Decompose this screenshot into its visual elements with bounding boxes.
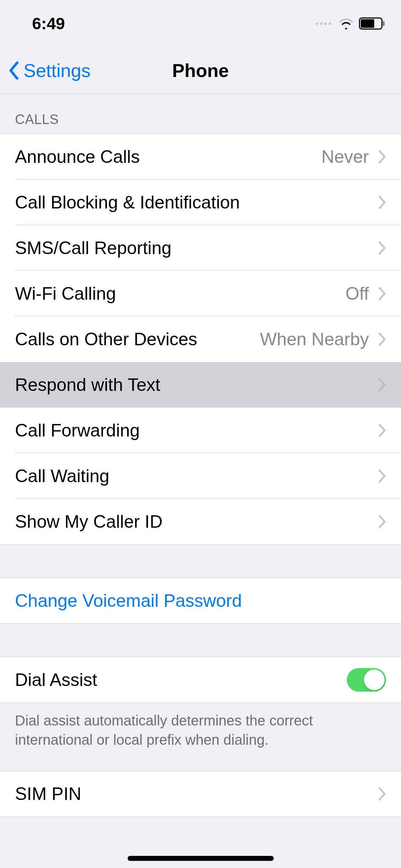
cellular-dots-icon: [316, 22, 331, 25]
row-wifi-calling[interactable]: Wi-Fi Calling Off: [0, 271, 401, 316]
row-respond-with-text[interactable]: Respond with Text: [0, 362, 401, 408]
row-dial-assist: Dial Assist: [0, 657, 401, 703]
status-time: 6:49: [15, 14, 65, 33]
row-label: Dial Assist: [15, 670, 97, 690]
row-label: Wi-Fi Calling: [15, 283, 116, 304]
row-calls-other-devices[interactable]: Calls on Other Devices When Nearby: [0, 316, 401, 362]
row-call-forwarding[interactable]: Call Forwarding: [0, 408, 401, 453]
chevron-right-icon: [378, 241, 386, 255]
chevron-right-icon: [378, 287, 386, 300]
row-label: SIM PIN: [15, 784, 81, 804]
row-detail: Never: [322, 146, 369, 167]
chevron-right-icon: [378, 378, 386, 392]
row-label: Call Blocking & Identification: [15, 192, 240, 213]
home-indicator[interactable]: [128, 856, 274, 861]
chevron-right-icon: [378, 196, 386, 209]
voicemail-group: Change Voicemail Password: [0, 578, 401, 624]
row-label: Call Waiting: [15, 466, 109, 486]
chevron-left-icon: [8, 61, 21, 80]
row-label: Call Forwarding: [15, 420, 140, 441]
status-bar: 6:49: [0, 0, 401, 47]
back-button[interactable]: Settings: [0, 60, 91, 81]
row-sms-call-reporting[interactable]: SMS/Call Reporting: [0, 225, 401, 271]
section-header-calls: CALLS: [0, 94, 401, 134]
navigation-bar: Settings Phone: [0, 47, 401, 94]
chevron-right-icon: [378, 150, 386, 164]
row-announce-calls[interactable]: Announce Calls Never: [0, 134, 401, 180]
back-label: Settings: [24, 60, 91, 81]
chevron-right-icon: [378, 424, 386, 437]
chevron-right-icon: [378, 332, 386, 346]
row-label: Respond with Text: [15, 374, 160, 395]
row-show-my-caller-id[interactable]: Show My Caller ID: [0, 499, 401, 544]
row-label: SMS/Call Reporting: [15, 238, 171, 258]
dial-assist-group: Dial Assist: [0, 657, 401, 703]
row-call-blocking[interactable]: Call Blocking & Identification: [0, 180, 401, 225]
battery-icon: [359, 17, 385, 30]
row-change-voicemail-password[interactable]: Change Voicemail Password: [0, 578, 401, 624]
status-icons: [316, 17, 386, 30]
row-detail: When Nearby: [260, 329, 369, 350]
row-call-waiting[interactable]: Call Waiting: [0, 453, 401, 499]
calls-group: Announce Calls Never Call Blocking & Ide…: [0, 134, 401, 545]
row-label: Change Voicemail Password: [15, 590, 242, 611]
dial-assist-toggle[interactable]: [347, 668, 386, 692]
chevron-right-icon: [378, 515, 386, 528]
wifi-icon: [339, 18, 353, 29]
row-sim-pin[interactable]: SIM PIN: [0, 771, 401, 817]
chevron-right-icon: [378, 469, 386, 483]
row-label: Announce Calls: [15, 146, 140, 167]
sim-pin-group: SIM PIN: [0, 771, 401, 817]
chevron-right-icon: [378, 787, 386, 801]
row-label: Show My Caller ID: [15, 511, 163, 532]
dial-assist-footer: Dial assist automatically determines the…: [0, 703, 401, 771]
row-label: Calls on Other Devices: [15, 329, 197, 350]
row-detail: Off: [345, 283, 369, 304]
